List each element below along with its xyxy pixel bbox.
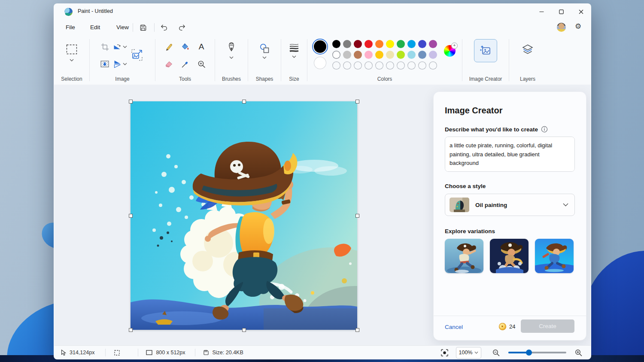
color-swatch[interactable] [375, 40, 383, 48]
color-swatch[interactable] [354, 40, 362, 48]
style-dropdown[interactable]: Oil painting [445, 194, 575, 216]
size-button[interactable] [288, 42, 301, 54]
edit-colors-button[interactable]: + [444, 45, 456, 57]
brushes-dropdown-chevron[interactable] [229, 56, 234, 59]
canvas[interactable] [131, 101, 357, 330]
shapes-button[interactable] [258, 43, 271, 55]
image-creator-panel: Image Creator Describe what you'd like t… [433, 91, 586, 341]
selection-tool-button[interactable] [65, 43, 78, 55]
status-bar: 314,124px 800 x 512px Size: 20.4KB [54, 345, 591, 359]
color-swatch[interactable] [429, 40, 437, 48]
eraser-button[interactable] [162, 58, 175, 70]
primary-color-swatch[interactable] [314, 40, 326, 53]
image-creator-button[interactable] [474, 39, 497, 62]
size-dropdown-chevron[interactable] [292, 55, 296, 58]
crop-button[interactable] [98, 41, 111, 53]
fill-button[interactable] [179, 41, 191, 53]
variation-thumbnail-2[interactable] [490, 239, 529, 273]
color-swatch[interactable] [343, 51, 351, 59]
maximize-button[interactable] [551, 4, 571, 20]
color-swatch[interactable] [397, 51, 405, 59]
undo-button[interactable] [159, 23, 169, 32]
info-icon[interactable] [541, 126, 548, 133]
color-swatch[interactable] [407, 40, 416, 48]
color-swatch-empty[interactable] [343, 61, 351, 70]
account-avatar[interactable] [557, 23, 566, 32]
color-swatch[interactable] [407, 51, 416, 59]
selection-handle-bottom-right[interactable] [355, 328, 359, 332]
menu-separator [133, 23, 133, 32]
color-swatch-empty[interactable] [354, 61, 362, 70]
selection-handle-middle-left[interactable] [129, 214, 133, 218]
title-bar[interactable]: Paint - Untitled [54, 4, 591, 20]
color-swatch[interactable] [418, 51, 426, 59]
secondary-color-swatch[interactable] [314, 57, 326, 69]
zoom-out-button[interactable] [492, 349, 500, 356]
zoom-in-button[interactable] [575, 349, 582, 356]
variation-thumbnail-1[interactable] [445, 239, 483, 273]
pencil-button[interactable] [162, 41, 175, 53]
layers-button[interactable] [520, 43, 535, 57]
shapes-group-label: Shapes [256, 76, 273, 82]
color-swatch[interactable] [332, 51, 340, 59]
resize-image-button[interactable] [128, 46, 146, 64]
zoom-slider[interactable] [508, 352, 566, 353]
color-swatch[interactable] [365, 51, 373, 59]
magnifier-button[interactable] [195, 58, 208, 70]
color-swatch[interactable] [332, 40, 340, 48]
menu-file[interactable]: File [62, 22, 79, 32]
statusbar-separator [195, 349, 195, 356]
selection-handle-top-right[interactable] [355, 100, 359, 103]
color-swatch[interactable] [386, 51, 394, 59]
text-tool-button[interactable]: A [195, 41, 208, 53]
color-swatch[interactable] [397, 40, 405, 48]
variation-thumbnail-3[interactable] [535, 239, 574, 273]
redo-button[interactable] [177, 23, 187, 32]
fit-to-window-button[interactable] [441, 349, 448, 356]
menu-edit[interactable]: Edit [87, 22, 103, 32]
selection-handle-top-left[interactable] [129, 100, 133, 103]
color-swatch-empty[interactable] [375, 61, 383, 70]
selection-handle-bottom-center[interactable] [242, 328, 246, 332]
color-swatch-empty[interactable] [418, 61, 426, 70]
paint-logo-icon [64, 8, 73, 16]
selection-handle-middle-right[interactable] [355, 214, 359, 218]
color-swatch-empty[interactable] [365, 61, 373, 70]
zoom-percent-dropdown[interactable]: 100% [456, 347, 481, 359]
chevron-down-icon [262, 56, 267, 59]
save-button[interactable] [138, 23, 148, 32]
zoom-slider-thumb[interactable] [526, 350, 532, 356]
color-swatch-empty[interactable] [429, 61, 437, 70]
color-swatch-empty[interactable] [397, 61, 405, 70]
shapes-dropdown-chevron[interactable] [262, 56, 267, 59]
colors-group-label: Colors [377, 76, 392, 82]
color-swatch-empty[interactable] [407, 61, 416, 70]
color-swatch[interactable] [429, 51, 437, 59]
fit-screen-icon [441, 349, 448, 356]
color-swatch-empty[interactable] [386, 61, 394, 70]
credits-count: 24 [509, 323, 515, 330]
brushes-button[interactable] [225, 42, 238, 54]
color-swatch[interactable] [418, 40, 426, 48]
selection-dropdown-chevron[interactable] [70, 59, 74, 61]
remove-background-button[interactable] [98, 58, 111, 70]
minimize-button[interactable] [532, 4, 551, 20]
selection-handle-top-center[interactable] [242, 100, 246, 103]
color-swatch[interactable] [354, 51, 362, 59]
close-button[interactable] [571, 4, 591, 20]
color-swatch[interactable] [386, 40, 394, 48]
color-swatch[interactable] [375, 51, 383, 59]
close-icon [579, 9, 583, 14]
cancel-button[interactable]: Cancel [445, 324, 463, 330]
chevron-down-icon [123, 46, 127, 48]
settings-gear-icon[interactable]: ⚙ [575, 22, 581, 30]
prompt-input[interactable]: a little cute pirate, running, colorful,… [445, 137, 575, 172]
color-swatch[interactable] [365, 40, 373, 48]
color-picker-button[interactable] [179, 58, 191, 70]
color-swatch-empty[interactable] [332, 61, 340, 70]
selection-handle-bottom-left[interactable] [129, 328, 133, 332]
create-button[interactable]: Create [521, 319, 574, 333]
menu-view[interactable]: View [113, 22, 132, 32]
magnifier-plus-icon [197, 60, 206, 68]
color-swatch[interactable] [343, 40, 351, 48]
